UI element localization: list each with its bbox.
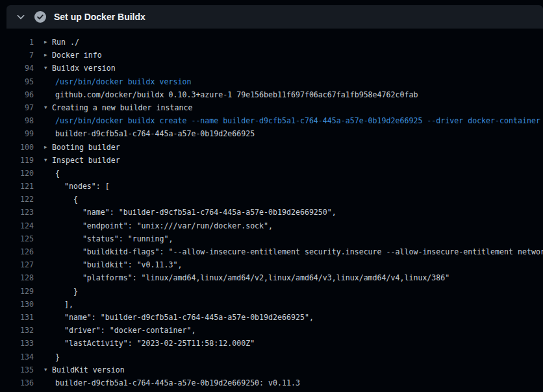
line-number-link[interactable]: 121 [0,180,34,193]
group-title: Run ./ [52,36,79,49]
log-output-line: 129 } [0,285,543,298]
log-text: "platforms": "linux/amd64,linux/amd64/v2… [55,271,449,284]
log-text: "name": "builder-d9cfb5a1-c764-445a-a57e… [55,206,336,219]
group-expanded-icon[interactable]: ▼ [44,154,52,167]
log-text: ], [55,298,73,311]
log-output-line: 123 "name": "builder-d9cfb5a1-c764-445a-… [0,206,543,219]
log-output-line: 131 "name": "builder-d9cfb5a1-c764-445a-… [0,311,543,324]
log-output-line: 121 "nodes": [ [0,180,543,193]
line-number-link[interactable]: 132 [0,324,34,337]
group-title: BuildKit version [52,363,125,376]
group-title: Buildx version [52,62,116,75]
line-number-link[interactable]: 133 [0,337,34,350]
line-number-link[interactable]: 96 [0,88,34,101]
line-number-link[interactable]: 129 [0,285,34,298]
log-text: "buildkitd-flags": "--allow-insecure-ent… [55,245,543,258]
log-text: "endpoint": "unix:///var/run/docker.sock… [55,219,273,232]
log-text: "driver": "docker-container", [55,324,196,337]
log-text: { [55,193,78,206]
log-text: "lastActivity": "2023-02-25T11:58:12.000… [55,337,255,350]
line-number-link[interactable]: 124 [0,219,34,232]
log-output-line: 120 { [0,167,543,180]
log-group-row[interactable]: 100 ▶Booting builder [0,141,543,154]
check-circle-icon [34,11,46,23]
line-number-link[interactable]: 134 [0,350,34,363]
line-number-link[interactable]: 135 [0,363,34,376]
log-output-line: 134 } [0,350,543,363]
line-number-link[interactable]: 119 [0,154,34,167]
log-output-line: 125 "status": "running", [0,232,543,245]
step-title: Set up Docker Buildx [54,12,145,22]
line-number-link[interactable]: 130 [0,298,34,311]
line-number-link[interactable]: 122 [0,193,34,206]
log-text: "name": "builder-d9cfb5a1-c764-445a-a57e… [55,311,314,324]
log-output-line: 126 "buildkitd-flags": "--allow-insecure… [0,245,543,258]
log-group-row[interactable]: 119 ▼Inspect builder [0,154,543,167]
log-text: { [55,167,60,180]
line-number-link[interactable]: 123 [0,206,34,219]
line-number-link[interactable]: 7 [0,49,34,62]
log-text: } [55,285,78,298]
log-output-line: 136 builder-d9cfb5a1-c764-445a-a57e-0b19… [0,376,543,389]
log-output-line: 99 builder-d9cfb5a1-c764-445a-a57e-0b19d… [0,127,543,140]
group-expanded-icon[interactable]: ▼ [44,62,52,75]
line-number-link[interactable]: 127 [0,258,34,271]
line-number-link[interactable]: 128 [0,271,34,284]
log-text: "status": "running", [55,232,173,245]
log-group-row[interactable]: 94 ▼Buildx version [0,62,543,75]
step-header[interactable]: Set up Docker Buildx [6,5,543,29]
line-number-link[interactable]: 125 [0,232,34,245]
log-command-line: 98 /usr/bin/docker buildx create --name … [0,114,543,127]
line-number-link[interactable]: 97 [0,101,34,114]
log-text: "buildkit": "v0.11.3", [55,258,182,271]
line-number-link[interactable]: 94 [0,62,34,75]
log-group-row[interactable]: 7 ▶Docker info [0,49,543,62]
group-collapsed-icon[interactable]: ▶ [44,49,52,62]
group-expanded-icon[interactable]: ▼ [44,363,52,376]
log-text: } [55,350,60,363]
group-title: Creating a new builder instance [52,101,192,114]
log-text: /usr/bin/docker buildx version [55,75,191,88]
group-title: Docker info [52,49,102,62]
line-number-link[interactable]: 126 [0,245,34,258]
log-output-line: 96 github.com/docker/buildx 0.10.3+azure… [0,88,543,101]
log-output-line: 133 "lastActivity": "2023-02-25T11:58:12… [0,337,543,350]
line-number-link[interactable]: 131 [0,311,34,324]
log-output-line: 122 { [0,193,543,206]
log-command-line: 95 /usr/bin/docker buildx version [0,75,543,88]
group-collapsed-icon[interactable]: ▶ [44,36,52,49]
log-output-line: 130 ], [0,298,543,311]
line-number-link[interactable]: 99 [0,127,34,140]
chevron-down-icon[interactable] [16,12,26,22]
group-title: Booting builder [52,141,120,154]
log-text: "nodes": [ [55,180,110,193]
log-group-row[interactable]: 135 ▼BuildKit version [0,363,543,376]
line-number-link[interactable]: 98 [0,114,34,127]
group-collapsed-icon[interactable]: ▶ [44,141,52,154]
log-text: builder-d9cfb5a1-c764-445a-a57e-0b19d2e6… [55,127,255,140]
log-output-line: 124 "endpoint": "unix:///var/run/docker.… [0,219,543,232]
line-number-link[interactable]: 136 [0,376,34,389]
line-number-link[interactable]: 100 [0,141,34,154]
log-group-row[interactable]: 97 ▼Creating a new builder instance [0,101,543,114]
log-text: builder-d9cfb5a1-c764-445a-a57e-0b19d2e6… [55,376,300,389]
line-number-link[interactable]: 120 [0,167,34,180]
log-text: github.com/docker/buildx 0.10.3+azure-1 … [55,88,418,101]
log-output-line: 132 "driver": "docker-container", [0,324,543,337]
group-title: Inspect builder [52,154,120,167]
log-group-row[interactable]: 1 ▶Run ./ [0,36,543,49]
log-output-line: 128 "platforms": "linux/amd64,linux/amd6… [0,271,543,284]
line-number-link[interactable]: 1 [0,36,34,49]
log-output-line: 127 "buildkit": "v0.11.3", [0,258,543,271]
log-text: /usr/bin/docker buildx create --name bui… [55,114,540,127]
log-viewer: 1 ▶Run ./ 7 ▶Docker info 94 ▼Buildx vers… [0,29,543,389]
group-expanded-icon[interactable]: ▼ [44,101,52,114]
line-number-link[interactable]: 95 [0,75,34,88]
